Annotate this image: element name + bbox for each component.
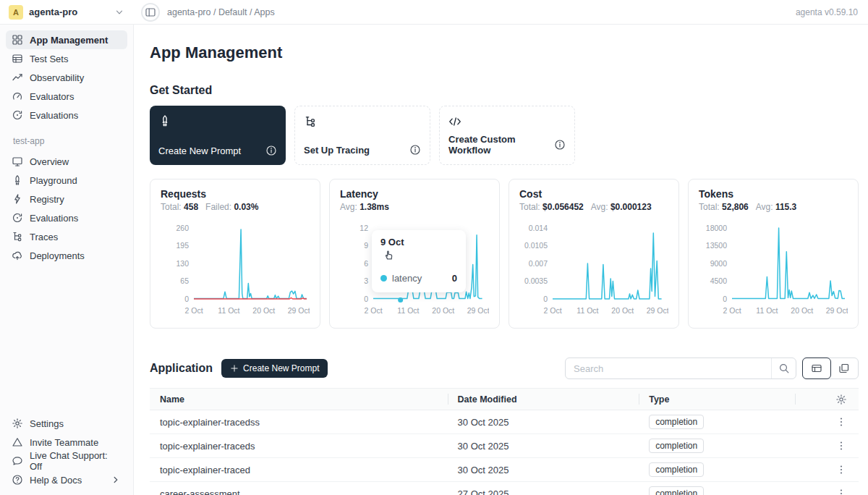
table-row[interactable]: topic-explainer-tracedss 30 Oct 2025 com… — [150, 410, 859, 434]
search-button[interactable] — [771, 358, 796, 378]
tokens-chart-card: Tokens Total: 52,806 Avg: 115.3 04500900… — [688, 179, 859, 329]
tree-icon — [12, 231, 23, 242]
svg-text:11 Oct: 11 Oct — [756, 306, 778, 315]
chart-tooltip: 9 Oct latency 0 — [372, 230, 466, 292]
cloud-upload-icon — [12, 250, 23, 261]
cost-chart-card: Cost Total: $0.056452 Avg: $0.000123 00.… — [509, 179, 679, 329]
svg-text:6: 6 — [364, 259, 368, 268]
column-type[interactable]: Type — [639, 389, 795, 410]
cursor-pointer-icon — [383, 248, 395, 261]
grid-icon — [12, 34, 23, 46]
sidebar-item-help-docs[interactable]: Help & Docs — [6, 470, 127, 489]
sidebar-item-invite-teammate[interactable]: Invite Teammate — [6, 433, 127, 452]
code-icon — [448, 115, 461, 128]
column-date-modified[interactable]: Date Modified — [448, 389, 639, 410]
sidebar-item-evaluators[interactable]: Evaluators — [6, 87, 127, 106]
svg-text:11 Oct: 11 Oct — [397, 306, 419, 315]
requests-chart: 0651301952602 Oct11 Oct20 Oct29 Oct — [161, 216, 310, 323]
table-settings-icon[interactable] — [835, 394, 847, 405]
search-input[interactable] — [566, 363, 771, 374]
view-toggle — [802, 358, 859, 379]
create-new-prompt-card[interactable]: Create New Prompt — [150, 106, 286, 165]
refresh-icon — [12, 109, 23, 121]
gauge-icon — [12, 90, 23, 102]
sidebar-item-app-management[interactable]: App Management — [6, 30, 127, 49]
row-menu-icon[interactable] — [835, 464, 847, 475]
svg-text:0: 0 — [364, 295, 368, 303]
app-version: agenta v0.59.10 — [796, 7, 868, 17]
workspace-selector[interactable]: A agenta-pro — [0, 5, 134, 20]
chart-stats: Total: $0.056452 Avg: $0.000123 — [519, 202, 668, 212]
info-icon[interactable] — [554, 139, 566, 151]
sidebar-item-label: Evaluations — [30, 110, 78, 121]
series-dot — [380, 275, 387, 282]
sidebar-toggle-button[interactable] — [141, 3, 160, 22]
sidebar-item-label: Help & Docs — [30, 475, 82, 486]
help-icon — [12, 474, 23, 486]
rocket-icon — [12, 174, 23, 186]
create-custom-workflow-card[interactable]: Create Custom Workflow — [439, 106, 575, 165]
card-view-button[interactable] — [830, 358, 858, 378]
rocket-icon — [158, 114, 171, 127]
application-heading: Application — [150, 362, 213, 375]
svg-text:65: 65 — [180, 276, 189, 285]
tooltip-series: latency — [392, 273, 447, 284]
table-row[interactable]: topic-explainer-traceds 30 Oct 2025 comp… — [150, 434, 859, 458]
row-menu-icon[interactable] — [835, 416, 847, 428]
sidebar-item-label: Deployments — [30, 250, 85, 261]
set-up-tracing-card[interactable]: Set Up Tracing — [294, 106, 430, 165]
svg-text:29 Oct: 29 Oct — [647, 306, 668, 315]
chart-title: Tokens — [699, 188, 848, 200]
svg-text:0.007: 0.007 — [529, 259, 548, 268]
table-row[interactable]: career-assessment 27 Oct 2025 completion — [150, 482, 859, 495]
invite-icon — [12, 436, 23, 448]
table-view-icon — [811, 363, 822, 374]
table-view-button[interactable] — [802, 358, 831, 379]
chevron-down-icon — [114, 7, 125, 18]
svg-text:0.014: 0.014 — [529, 224, 548, 232]
chart-title: Requests — [161, 188, 310, 200]
type-tag: completion — [649, 415, 704, 429]
column-name[interactable]: Name — [150, 389, 448, 410]
sidebar-item-label: Test Sets — [30, 54, 68, 64]
tooltip-value: 0 — [452, 273, 457, 284]
app-name: topic-explainer-traceds — [150, 441, 448, 452]
sidebar-item-observability[interactable]: Observability — [6, 68, 127, 87]
row-menu-icon[interactable] — [835, 440, 847, 452]
svg-text:20 Oct: 20 Oct — [432, 306, 454, 315]
sidebar-item-evaluations-project[interactable]: Evaluations — [6, 208, 127, 227]
top-bar: A agenta-pro agenta-pro / Default / Apps… — [0, 0, 868, 25]
sidebar-item-evaluations[interactable]: Evaluations — [6, 106, 127, 124]
svg-text:9000: 9000 — [710, 259, 728, 268]
info-icon[interactable] — [409, 144, 421, 156]
svg-text:29 Oct: 29 Oct — [826, 306, 848, 315]
page-title: App Management — [150, 43, 859, 62]
sidebar-item-settings[interactable]: Settings — [6, 414, 127, 433]
row-menu-icon[interactable] — [835, 488, 847, 495]
svg-text:11 Oct: 11 Oct — [218, 306, 239, 315]
sidebar-item-overview[interactable]: Overview — [6, 152, 127, 171]
table-icon — [12, 53, 23, 64]
table-row[interactable]: topic-explainer-traced 30 Oct 2025 compl… — [150, 458, 859, 482]
svg-text:12: 12 — [359, 224, 368, 232]
sidebar-item-live-chat[interactable]: Live Chat Support: Off — [6, 452, 127, 470]
project-group-label: test-app — [13, 136, 127, 146]
sidebar-item-playground[interactable]: Playground — [6, 171, 127, 190]
sidebar-item-deployments[interactable]: Deployments — [6, 246, 127, 265]
sidebar-item-registry[interactable]: Registry — [6, 190, 127, 208]
sidebar-item-label: Live Chat Support: Off — [30, 450, 122, 472]
sidebar-item-label: Playground — [30, 175, 77, 186]
create-new-prompt-button[interactable]: Create New Prompt — [221, 359, 328, 378]
svg-text:0.0035: 0.0035 — [524, 276, 548, 285]
chart-title: Latency — [340, 188, 489, 200]
get-started-heading: Get Started — [150, 84, 859, 97]
svg-text:3: 3 — [364, 276, 368, 285]
chat-bubble-icon — [12, 455, 23, 467]
sidebar-item-test-sets[interactable]: Test Sets — [6, 49, 127, 68]
type-tag: completion — [649, 462, 704, 477]
app-name: topic-explainer-tracedss — [150, 417, 448, 428]
info-icon[interactable] — [265, 145, 277, 156]
svg-text:29 Oct: 29 Oct — [467, 306, 489, 315]
sidebar-item-traces[interactable]: Traces — [6, 227, 127, 246]
tree-icon — [304, 115, 317, 128]
